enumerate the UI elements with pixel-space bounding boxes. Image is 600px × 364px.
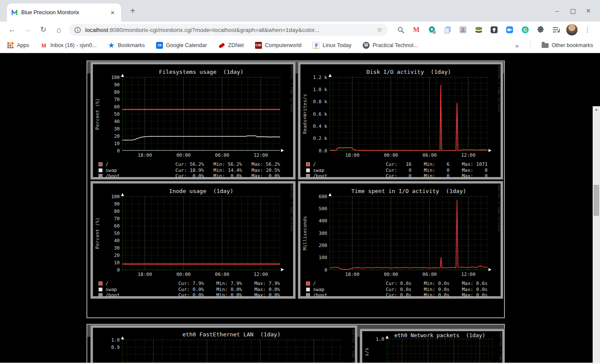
url-host: localhost bbox=[85, 27, 108, 33]
svg-text:12:00: 12:00 bbox=[461, 272, 476, 277]
bookmark-item-practical-technology[interactable]: W Practical Technol... bbox=[363, 42, 418, 49]
tab-title: Blue Precision Monitorix bbox=[21, 9, 109, 16]
chart-panel-eth0-packets[interactable]: 1.0s/seth0 Network packets (1day)RRDTOOL… bbox=[360, 329, 504, 364]
legend-label: / bbox=[105, 281, 166, 286]
legend-max: Max: 0.0% bbox=[242, 173, 280, 179]
svg-text:s/s: s/s bbox=[364, 348, 370, 356]
svg-text:1.0: 1.0 bbox=[111, 337, 120, 343]
legend-row: /Cur: 56.2%Min: 56.2%Max: 56.2% bbox=[93, 161, 293, 168]
info-icon[interactable] bbox=[74, 27, 81, 33]
scroll-thumb[interactable] bbox=[594, 185, 599, 216]
profile-avatar[interactable] bbox=[566, 24, 578, 35]
browser-menu-icon[interactable]: ⋮ bbox=[583, 25, 592, 35]
legend-label: /boot bbox=[313, 292, 373, 298]
page-content: Filesystem usage and I/O activity 100908… bbox=[0, 53, 600, 364]
calendar-icon: 28 bbox=[156, 42, 163, 49]
window-close-button[interactable]: ✕ bbox=[583, 5, 594, 16]
tab-close-icon[interactable]: ✕ bbox=[109, 9, 117, 17]
profile-box-extension-icon[interactable] bbox=[458, 25, 468, 35]
rrdtool-watermark: RRDTOOL / TOBI OETIKER bbox=[351, 329, 355, 364]
copy-pages-extension-icon[interactable] bbox=[442, 25, 453, 35]
bookmark-item-inbox[interactable]: M Inbox (16) - sjvn0... bbox=[41, 42, 97, 49]
chart-panel-disk-io[interactable]: 1.2 k1.0 k0.8 k0.6 k0.4 k0.2 k0.018:0000… bbox=[298, 62, 503, 179]
forward-button[interactable]: → bbox=[22, 24, 33, 35]
legend-swatch bbox=[99, 282, 102, 285]
legend-row: swapCur: 0.0%Min: 0.0%Max: 0.0% bbox=[93, 287, 293, 293]
lamp-extension-icon[interactable] bbox=[489, 25, 499, 35]
other-bookmarks-button[interactable]: Other bookmarks bbox=[542, 42, 593, 49]
legend-max: Max: 0.0% bbox=[242, 292, 280, 298]
bookmark-item-bookmarks[interactable]: ★ Bookmarks bbox=[108, 42, 145, 49]
legend-swatch bbox=[306, 293, 310, 297]
legend-swatch bbox=[306, 162, 310, 166]
browser-toolbar: ← → ↻ ⌂ localhost:8080/monitorix-cgi/mon… bbox=[0, 22, 600, 38]
back-button[interactable]: ← bbox=[6, 24, 18, 35]
svg-text:0: 0 bbox=[117, 148, 120, 154]
svg-text:00:00: 00:00 bbox=[176, 152, 191, 158]
bookmark-label: Google Calendar bbox=[166, 42, 207, 48]
new-tab-button[interactable]: + bbox=[127, 6, 138, 17]
svg-text:80: 80 bbox=[114, 209, 120, 214]
window-maximize-button[interactable] bbox=[567, 5, 578, 16]
reload-button[interactable]: ↻ bbox=[38, 24, 49, 35]
svg-text:Percent (%): Percent (%) bbox=[95, 98, 100, 130]
svg-text:10: 10 bbox=[114, 260, 120, 266]
window-minimize-button[interactable]: – bbox=[552, 5, 563, 16]
legend-swatch bbox=[306, 282, 310, 285]
tab-strip: Blue Precision Monitorix ✕ + – ✕ bbox=[0, 0, 600, 22]
scroll-up-icon[interactable]: ▲ bbox=[593, 106, 600, 113]
extensions-puzzle-icon[interactable] bbox=[536, 25, 546, 35]
tab-list-icon[interactable] bbox=[551, 25, 562, 35]
svg-text:06:00: 06:00 bbox=[422, 272, 437, 277]
svg-text:100: 100 bbox=[319, 255, 327, 260]
y-axis-arrow bbox=[386, 336, 389, 339]
browser-tab[interactable]: Blue Precision Monitorix ✕ bbox=[7, 3, 121, 22]
y-axis-arrow bbox=[329, 74, 332, 77]
home-button[interactable]: ⌂ bbox=[53, 24, 64, 35]
chart-legend: /Cur: 7.9%Min: 7.9%Max: 7.9%swapCur: 0.0… bbox=[93, 281, 293, 298]
gmail-extension-icon[interactable]: M bbox=[411, 25, 421, 35]
rrdtool-watermark: RRDTOOL / TOBI OETIKER bbox=[497, 66, 501, 112]
svg-text:40: 40 bbox=[114, 238, 120, 244]
legend-cur: Cur: 16 bbox=[373, 161, 412, 167]
grammarly-extension-icon[interactable]: G bbox=[520, 25, 530, 35]
svg-text:?: ? bbox=[433, 30, 435, 33]
x-axis-arrow bbox=[281, 149, 284, 152]
stack-extension-icon[interactable] bbox=[473, 25, 484, 35]
search-extension-icon[interactable] bbox=[396, 25, 406, 35]
legend-cur: Cur: 0.0% bbox=[166, 292, 204, 298]
svg-text:100: 100 bbox=[111, 194, 120, 199]
bookmarks-overflow-chevron[interactable]: » bbox=[515, 42, 519, 49]
chart-panel-filesystems-usage[interactable]: 100908070605040302010018:0000:0006:0012:… bbox=[91, 62, 295, 179]
svg-text:60: 60 bbox=[114, 223, 120, 229]
url-text[interactable]: localhost:8080/monitorix-cgi/monitorix.c… bbox=[85, 27, 377, 33]
legend-min: Min: 0 bbox=[412, 168, 450, 173]
bookmark-item-linux-today[interactable]: lt Linux Today bbox=[313, 42, 351, 49]
chart-panel-time-io[interactable]: 600500400300200100018:0000:0006:0012:00M… bbox=[298, 181, 503, 298]
svg-text:0: 0 bbox=[117, 267, 120, 273]
svg-text:0.4 k: 0.4 k bbox=[313, 123, 327, 129]
legend-swatch bbox=[99, 293, 102, 297]
svg-text:60: 60 bbox=[114, 104, 120, 110]
svg-text:600: 600 bbox=[319, 194, 327, 199]
bookmark-star-icon[interactable]: ☆ bbox=[377, 26, 383, 34]
svg-text:18:00: 18:00 bbox=[137, 272, 152, 277]
zoom-extension-icon[interactable] bbox=[504, 25, 515, 35]
legend-max: Max: 0.6s bbox=[450, 281, 488, 286]
bookmark-item-apps[interactable]: Apps bbox=[7, 42, 29, 49]
legend-max: Max: 1071 bbox=[450, 161, 488, 167]
address-bar[interactable]: localhost:8080/monitorix-cgi/monitorix.c… bbox=[69, 24, 388, 36]
rrdtool-watermark: RRDTOOL / TOBI OETIKER bbox=[290, 66, 293, 112]
svg-text:90: 90 bbox=[114, 201, 120, 207]
bookmark-item-zdnet[interactable]: ZDNet bbox=[218, 42, 244, 49]
bookmark-item-google-calendar[interactable]: 28 Google Calendar bbox=[156, 42, 207, 49]
legend-label: swap bbox=[105, 287, 166, 292]
voice-extension-icon[interactable]: ? bbox=[427, 25, 437, 35]
chart-panel-eth0-lan[interactable]: 1.00.9eth0 FastEthernet LAN (1day)RRDTOO… bbox=[91, 326, 357, 364]
scrollbar[interactable]: ▲ ▼ bbox=[593, 106, 600, 364]
bookmark-label: Practical Technol... bbox=[373, 42, 418, 48]
bookmark-item-computerworld[interactable]: CW Computerworld bbox=[255, 42, 302, 49]
legend-row: /bootCur: 0.0%Min: 0.0%Max: 0.0% bbox=[93, 173, 293, 179]
chart-panel-inode-usage[interactable]: 100908070605040302010018:0000:0006:0012:… bbox=[91, 181, 295, 298]
apps-grid-icon bbox=[7, 42, 14, 49]
